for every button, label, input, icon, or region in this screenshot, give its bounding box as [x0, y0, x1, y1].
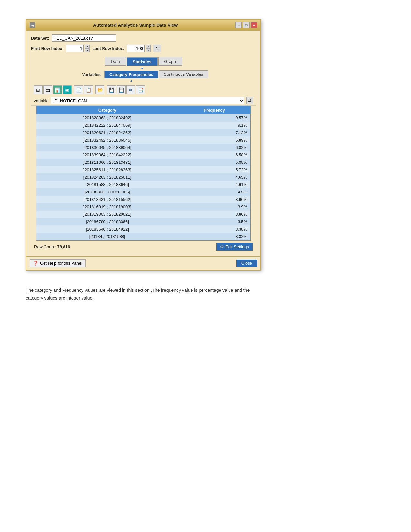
refresh-button[interactable]: ↻ [153, 45, 161, 52]
main-tabs-container: Data Statistics Graph Variables Category… [31, 55, 256, 78]
cell-category: ]201839064 ; 201842222] [36, 151, 178, 159]
footer-row: Row Count: 78,816 ⚙ Edit Settings [31, 241, 256, 253]
table-row: ]201820621 ; 201824262]7.12% [36, 129, 250, 136]
content-area: Data Set: First Row Index: ▲ ▼ Last Row … [26, 31, 260, 256]
first-row-arrows: ▲ ▼ [85, 45, 90, 52]
col-frequency: Frequency [178, 106, 250, 114]
cell-frequency: 5.72% [178, 166, 250, 173]
cell-frequency: 3.32% [178, 233, 250, 240]
cell-category: ]201842222 ; 201847069] [36, 122, 178, 129]
toolbar-btn-grid[interactable]: ⊞ [34, 85, 43, 94]
help-label: Get Help for this Panel [40, 261, 82, 266]
cell-category: ]201816919 ; 201819003] [36, 203, 178, 211]
toolbar-btn-circle[interactable]: ◉ [63, 85, 72, 94]
toolbar-btn-chart[interactable]: 📊 [53, 85, 62, 94]
help-button[interactable]: ❓ Get Help for this Panel [30, 259, 86, 267]
cell-frequency: 6.89% [178, 136, 250, 144]
toolbar-btn-save1[interactable]: 💾 [107, 85, 116, 94]
table-row: [20181588 ; 20183646]4.61% [36, 181, 250, 188]
titlebar: ◀ Automated Analytics Sample Data View –… [26, 20, 260, 31]
table-row: ]201842222 ; 201847069]9.1% [36, 122, 250, 129]
cell-category: ]201825611 ; 201828363] [36, 166, 178, 173]
description-paragraph: The category and Frequency values are vi… [26, 287, 261, 302]
cell-category: ]201819003 ; 201820621] [36, 211, 178, 218]
minimize-button[interactable]: – [235, 22, 242, 28]
cell-category: ]201836045 ; 201839064] [36, 144, 178, 151]
table-header: Category Frequency [36, 106, 250, 114]
last-row-label: Last Row Index: [92, 46, 124, 51]
description-text: The category and Frequency values are vi… [26, 287, 261, 302]
sub-tab-continuous[interactable]: Continuous Variables [159, 70, 208, 78]
first-row-label: First Row Index: [31, 46, 64, 51]
sub-tabs-container: Variables Category Frequencies Continuou… [31, 70, 256, 78]
cell-category: ]201832492 ; 201836045] [36, 136, 178, 144]
data-table-container[interactable]: Category Frequency ]201828363 ; 20183249… [36, 106, 251, 241]
window-icon: ◀ [30, 22, 35, 28]
cell-category: ]20188366 ; 201811066] [36, 188, 178, 196]
cell-frequency: 3.9% [178, 203, 250, 211]
cell-frequency: 5.85% [178, 159, 250, 166]
cell-category: [20181588 ; 20183646] [36, 181, 178, 188]
first-row-spinner: ▲ ▼ [66, 45, 90, 52]
table-body: ]201828363 ; 201832492]9.57%]201842222 ;… [36, 114, 250, 240]
table-row: ]201825611 ; 201828363]5.72% [36, 166, 250, 173]
variable-select[interactable]: ID_NOTICE_CAN [51, 97, 244, 104]
last-row-up[interactable]: ▲ [146, 45, 151, 48]
cell-frequency: 3.96% [178, 196, 250, 203]
variable-label: Variable [34, 98, 49, 103]
edit-settings-button[interactable]: ⚙ Edit Settings [216, 243, 253, 251]
bottom-bar: ❓ Get Help for this Panel Close [26, 256, 260, 270]
cell-category: ]201811066 ; 201813431] [36, 159, 178, 166]
toolbar-btn-save2[interactable]: 💾 [117, 85, 126, 94]
dataset-input[interactable] [52, 34, 116, 42]
dataset-row: Data Set: [31, 34, 256, 42]
toolbar-btn-copy1[interactable]: 📄 [74, 85, 83, 94]
row-count-value: 78,816 [57, 244, 70, 249]
table-row: ]201832492 ; 201836045]6.89% [36, 136, 250, 144]
row-count: Row Count: 78,816 [34, 244, 70, 249]
cell-frequency: 3.5% [178, 218, 250, 225]
sub-tab-category[interactable]: Category Frequencies [104, 71, 158, 78]
toolbar-btn-xl[interactable]: XL [126, 85, 135, 94]
cell-category: ]20186780 ; 20188366] [36, 218, 178, 225]
toolbar-btn-copy2[interactable]: 📋 [84, 85, 93, 94]
cell-category: ]201813431 ; 201815562] [36, 196, 178, 203]
cell-frequency: 7.12% [178, 129, 250, 136]
dataset-label: Data Set: [31, 36, 49, 41]
table-row: [201824263 ; 201825611]4.65% [36, 173, 250, 181]
window-close-button[interactable]: × [251, 22, 257, 28]
cell-category: [201824263 ; 201825611] [36, 173, 178, 181]
cell-category: ]201820621 ; 201824262] [36, 129, 178, 136]
toolbar-btn-list[interactable]: ▤ [43, 85, 52, 94]
edit-settings-label: Edit Settings [225, 244, 249, 249]
last-row-down[interactable]: ▼ [146, 48, 151, 52]
main-tabs: Data Statistics Graph [31, 57, 256, 66]
cell-frequency: 4.5% [178, 188, 250, 196]
tab-graph[interactable]: Graph [158, 57, 182, 66]
cell-category: ]20183646 ; 20184922] [36, 225, 178, 233]
table-row: ]201811066 ; 201813431]5.85% [36, 159, 250, 166]
table-row: ]201828363 ; 201832492]9.57% [36, 114, 250, 122]
cell-category: [20184 ; 20181588[ [36, 233, 178, 240]
first-row-input[interactable] [66, 45, 84, 52]
close-button[interactable]: Close [236, 260, 257, 267]
data-table-wrapper: Category Frequency ]201828363 ; 20183249… [34, 106, 253, 241]
toolbar-btn-doc[interactable]: 📑 [136, 85, 145, 94]
variable-swap-btn[interactable]: ⇄ [246, 97, 253, 104]
tab-statistics[interactable]: Statistics [127, 57, 158, 66]
tab-data[interactable]: Data [105, 57, 126, 66]
cell-frequency: 3.86% [178, 211, 250, 218]
first-row-down[interactable]: ▼ [85, 48, 90, 52]
last-row-arrows: ▲ ▼ [146, 45, 151, 52]
last-row-input[interactable] [127, 45, 145, 52]
restore-button[interactable]: □ [243, 22, 250, 28]
table-row: ]20188366 ; 201811066]4.5% [36, 188, 250, 196]
toolbar-btn-open[interactable]: 📂 [95, 85, 104, 94]
sub-tab-left-label: Variables [79, 71, 104, 78]
cell-frequency: 6.58% [178, 151, 250, 159]
col-category: Category [36, 106, 178, 114]
cell-frequency: 3.38% [178, 225, 250, 233]
table-row: ]201813431 ; 201815562]3.96% [36, 196, 250, 203]
first-row-up[interactable]: ▲ [85, 45, 90, 48]
help-icon: ❓ [33, 261, 38, 266]
